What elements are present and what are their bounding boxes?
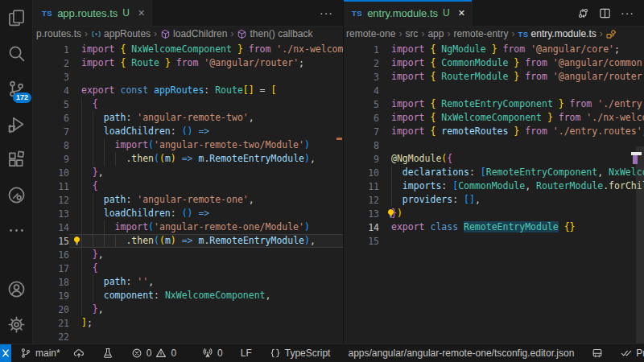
activity-item-more-views[interactable] xyxy=(0,212,33,248)
code-line[interactable]: 16 }, xyxy=(34,248,343,261)
line-number: 11 xyxy=(34,181,81,192)
symbol-method-icon xyxy=(160,29,171,39)
status-forwarded-ports[interactable]: 0 xyxy=(198,344,227,362)
code-line[interactable]: 12 path: 'angular-remote-one', xyxy=(34,193,343,207)
lightbulb-icon[interactable] xyxy=(72,236,82,246)
status-formatter[interactable]: Prettier xyxy=(617,344,644,362)
close-icon[interactable]: ✕ xyxy=(138,8,145,19)
code-line[interactable]: 8 xyxy=(344,138,644,152)
code-line[interactable]: 6 path: 'angular-remote-two', xyxy=(34,111,343,125)
code-line[interactable]: 4 xyxy=(344,84,644,97)
code-line[interactable]: 8 import('angular-remote-two/Module') xyxy=(34,138,343,152)
line-number: 21 xyxy=(34,318,81,329)
overview-ruler-marker xyxy=(633,155,638,164)
breadcrumb-item[interactable]: src xyxy=(405,28,418,39)
code-line[interactable]: 10 declarations: [RemoteEntryComponent, … xyxy=(344,166,644,179)
split-editor-icon[interactable] xyxy=(599,7,611,19)
code-line[interactable]: 13 loadChildren: () => xyxy=(34,207,343,220)
activity-item-run-debug[interactable] xyxy=(0,106,33,142)
code-line[interactable]: 14export class RemoteEntryModule {} xyxy=(344,220,644,234)
more-actions-icon[interactable]: ··· xyxy=(621,6,634,19)
breadcrumb-item[interactable]: loadChildren xyxy=(160,28,227,39)
code-line[interactable]: 7import { remoteRoutes } from './entry.r… xyxy=(344,125,644,138)
status-git-branch[interactable]: main* xyxy=(16,344,64,362)
code-line[interactable]: 2import { Route } from '@angular/router'… xyxy=(34,56,343,70)
breadcrumb-separator: › xyxy=(230,28,233,39)
code-text: import { Route } from '@angular/router'; xyxy=(81,56,343,70)
code-line[interactable]: 7 loadChildren: () => xyxy=(34,125,343,138)
lightbulb-icon[interactable] xyxy=(386,208,396,219)
code-text: }, xyxy=(81,302,343,316)
code-line[interactable]: 9@NgModule({ xyxy=(344,152,644,166)
code-line[interactable]: 18 path: '', xyxy=(34,275,343,289)
code-line[interactable]: 3 xyxy=(34,70,343,84)
code-line[interactable]: 3import { RouterModule } from '@angular/… xyxy=(344,70,644,84)
compare-editor-icon[interactable] xyxy=(577,7,589,19)
status-extension-status[interactable] xyxy=(588,344,607,362)
code-editor[interactable]: 1import { NgModule } from '@angular/core… xyxy=(344,41,644,343)
activity-item-explorer[interactable] xyxy=(0,0,33,35)
breadcrumb-item[interactable]: TSentry.module.ts xyxy=(518,28,596,39)
status-label: LF xyxy=(241,348,252,359)
code-line[interactable]: 12 providers: [], xyxy=(344,193,644,207)
activity-bar: 172 xyxy=(0,0,33,343)
indent-guide xyxy=(81,220,82,234)
breadcrumb-label: p.routes.ts xyxy=(36,28,81,39)
code-line[interactable]: 5import { RemoteEntryComponent } from '.… xyxy=(344,97,644,111)
code-line[interactable]: 6import { NxWelcomeComponent } from './n… xyxy=(344,111,644,125)
code-line[interactable]: 11 { xyxy=(34,179,343,193)
status-language-mode[interactable]: TypeScript xyxy=(266,344,335,362)
code-text: import { RouterModule } from '@angular/r… xyxy=(391,70,644,84)
code-line[interactable]: 2import { CommonModule } from '@angular/… xyxy=(344,56,644,70)
code-line[interactable]: 5 { xyxy=(34,97,343,111)
breadcrumb-item[interactable]: remote-entry xyxy=(453,28,508,39)
code-line[interactable]: 19 component: NxWelcomeComponent, xyxy=(34,289,343,302)
status-publish-changes[interactable] xyxy=(69,344,89,362)
git-status-badge: U xyxy=(443,7,450,19)
breadcrumb-item[interactable] xyxy=(606,29,617,39)
status-tsconfig-path[interactable]: apps/angular/angular-remote-one/tsconfig… xyxy=(344,344,578,362)
code-line[interactable]: 4export const appRoutes: Route[] = [ xyxy=(34,84,343,97)
tab-entry-module[interactable]: TS entry.module.ts U ✕ xyxy=(344,0,473,26)
code-line[interactable]: 20 }, xyxy=(34,302,343,316)
breadcrumb-item[interactable]: remote-one xyxy=(346,28,395,39)
status-bar: main*000LFTypeScriptapps/angular/angular… xyxy=(0,343,644,362)
activity-item-accounts[interactable] xyxy=(0,271,33,306)
close-icon[interactable]: ✕ xyxy=(458,8,465,19)
line-number: 20 xyxy=(34,304,81,315)
status-label: apps/angular/angular-remote-one/tsconfig… xyxy=(348,348,574,359)
status-problems[interactable]: 00 xyxy=(127,344,180,362)
breadcrumb-item[interactable]: appRoutes xyxy=(91,28,151,39)
code-line[interactable]: 1import { NxWelcomeComponent } from './n… xyxy=(34,43,343,56)
activity-item-extensions[interactable] xyxy=(0,142,33,177)
breadcrumb-item[interactable]: p.routes.ts xyxy=(36,28,81,39)
breadcrumb-item[interactable]: then() callback xyxy=(237,28,312,39)
code-line[interactable]: 10 }, xyxy=(34,166,343,179)
indent-guide xyxy=(81,111,82,125)
code-line[interactable]: 22 xyxy=(34,330,343,343)
code-line[interactable]: 11 imports: [CommonModule, RouterModule.… xyxy=(344,179,644,193)
status-end-of-line[interactable]: LF xyxy=(237,344,256,362)
line-number: 10 xyxy=(34,167,81,179)
activity-item-search[interactable] xyxy=(0,35,33,71)
status-remote-indicator[interactable] xyxy=(0,344,11,362)
code-line[interactable]: 15 .then((m) => m.RemoteEntryModule), xyxy=(34,234,343,248)
breadcrumb-item[interactable]: app xyxy=(427,28,444,39)
code-line[interactable]: 13}) xyxy=(344,207,644,220)
code-editor[interactable]: 1import { NxWelcomeComponent } from './n… xyxy=(34,41,343,343)
status-tests[interactable] xyxy=(98,344,118,362)
vertical-scrollbar[interactable] xyxy=(636,146,644,343)
code-line[interactable]: 9 .then((m) => m.RemoteEntryModule), xyxy=(34,152,343,166)
code-line[interactable]: 1import { NgModule } from '@angular/core… xyxy=(344,43,644,56)
activity-item-nx-console[interactable] xyxy=(0,177,33,212)
activity-item-settings[interactable] xyxy=(0,306,33,342)
code-text: ]; xyxy=(81,316,343,330)
indent-guide xyxy=(93,207,93,220)
code-line[interactable]: 15 xyxy=(344,234,644,248)
code-line[interactable]: 17 { xyxy=(34,261,343,275)
more-actions-icon[interactable]: ··· xyxy=(320,6,333,19)
code-line[interactable]: 14 import('angular-remote-one/Module') xyxy=(34,220,343,234)
activity-item-source-control[interactable]: 172 xyxy=(0,71,33,106)
tab-app-routes[interactable]: TS app.routes.ts U ✕ xyxy=(34,0,152,26)
code-line[interactable]: 21]; xyxy=(34,316,343,330)
